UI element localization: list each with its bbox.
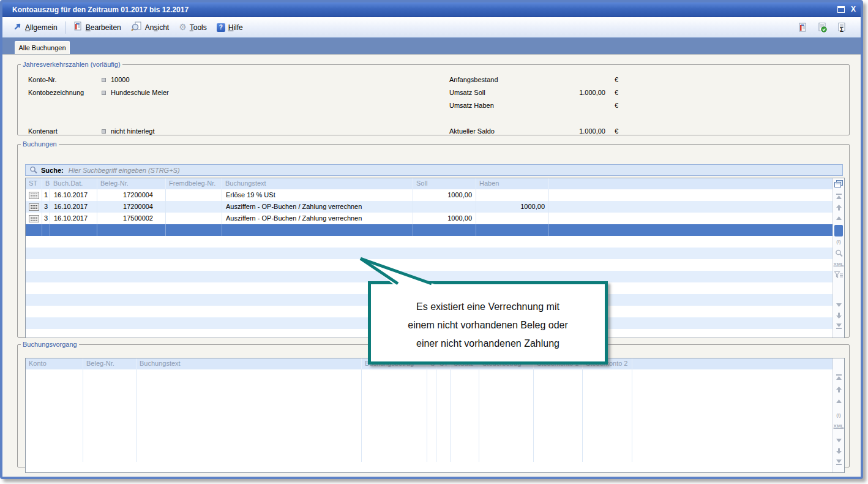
bullet-icon [102, 129, 106, 134]
scroll-top-icon[interactable] [833, 194, 844, 200]
restore-icon[interactable] [837, 6, 845, 13]
menu-separator [65, 21, 65, 34]
search-input[interactable]: Suche: Hier Suchbegriff eingeben (STRG+S… [25, 164, 843, 176]
table-row-selected[interactable] [26, 224, 832, 236]
search-icon [29, 166, 37, 174]
group-title: Buchungen [21, 140, 59, 148]
column-header-beleg-nr[interactable]: Beleg-Nr. [83, 358, 137, 369]
column-header-soll[interactable]: Soll [413, 178, 476, 189]
close-icon[interactable]: X [851, 5, 856, 13]
column-header-buchungstext[interactable]: Buchungstext [137, 358, 362, 369]
callout-line: Es existiert eine Verrechnung mit [371, 298, 605, 316]
xml-icon[interactable]: XML [833, 262, 844, 267]
search-placeholder: Hier Suchbegriff eingeben (STRG+S) [69, 167, 180, 174]
xml-icon[interactable]: XML [833, 423, 844, 429]
cell-filler [549, 201, 832, 213]
cell-soll: 1000,00 [413, 213, 476, 224]
column-header-konto[interactable]: Konto [26, 358, 83, 369]
content-panel: Jahresverkehrszahlen (vorläufig) Konto-N… [2, 54, 861, 477]
menu-tools-label: Tools [190, 23, 207, 32]
field-label-kontobezeichnung: Kontobezeichnung [28, 89, 84, 96]
search-label: Suche: [41, 167, 64, 174]
tab-alle-buchungen[interactable]: Alle Buchungen [15, 41, 70, 54]
menu-hilfe[interactable]: ? Hilfe [212, 21, 248, 34]
cell-b: 1 [42, 189, 50, 201]
cell-beleg: 17200004 [97, 201, 166, 213]
triangle-down-icon[interactable] [833, 303, 844, 308]
cell-buchungstext: Erlöse 19 % USt [222, 189, 413, 201]
booking-detail-icon[interactable] [26, 213, 42, 224]
app-window: Kontoauszug für den Zeitraum 01.2017 bis… [0, 0, 863, 479]
menu-bearbeiten-label: Bearbeiten [86, 23, 121, 32]
arrow-down-icon[interactable] [833, 448, 844, 454]
booking-detail-icon[interactable] [26, 189, 42, 201]
column-header-st[interactable]: ST [26, 178, 42, 189]
cell-fremdbeleg [166, 213, 222, 224]
table-row-empty[interactable] [26, 236, 832, 248]
edit-document-icon [73, 21, 83, 33]
column-header-haben[interactable]: Haben [476, 178, 549, 189]
cell-b: 3 [42, 201, 50, 213]
cell-soll: 1000,00 [413, 189, 476, 201]
column-chooser-icon[interactable] [833, 180, 844, 187]
field-value-umsatz-soll: 1.000,00 [495, 89, 605, 96]
tab-strip: Alle Buchungen [2, 38, 861, 54]
document-sum-icon[interactable]: Σ [836, 22, 847, 33]
table-row-empty[interactable] [26, 259, 832, 271]
menu-bearbeiten[interactable]: Bearbeiten [68, 20, 126, 35]
arrow-up-icon[interactable] [833, 205, 844, 211]
title-bar: Kontoauszug für den Zeitraum 01.2017 bis… [2, 2, 861, 17]
cell-soll [413, 201, 476, 213]
group-title: Jahresverkehrszahlen (vorläufig) [21, 61, 122, 68]
paren-i-icon[interactable]: (I) [833, 239, 844, 244]
column-header-buchungstext[interactable]: Buchungstext [222, 178, 413, 189]
transaction-empty-body [26, 369, 832, 462]
booking-detail-icon[interactable] [26, 201, 42, 213]
window-title: Kontoauszug für den Zeitraum 01.2017 bis… [12, 2, 189, 17]
callout-line: einem nicht vorhandenen Beleg oder [371, 316, 605, 335]
table-row[interactable]: 1 16.10.2017 17200004 Erlöse 19 % USt 10… [26, 189, 832, 201]
arrow-up-icon[interactable] [833, 387, 844, 393]
triangle-up-icon[interactable] [833, 216, 844, 221]
table-row-empty[interactable] [26, 248, 832, 259]
scroll-top-icon[interactable] [833, 374, 844, 380]
column-header-b[interactable]: B [42, 178, 50, 189]
menu-ansicht[interactable]: Ansicht [126, 20, 174, 35]
callout-line: einer nicht vorhandenen Zahlung [371, 335, 605, 353]
currency-anfangsbestand: € [615, 76, 618, 83]
note-document-icon[interactable] [797, 22, 808, 33]
table-row[interactable]: 3 16.10.2017 17200004 Ausziffern - OP-Bu… [26, 201, 832, 213]
column-header-buchdat[interactable]: Buch.Dat. [50, 178, 97, 189]
scroll-bottom-icon[interactable] [833, 459, 844, 465]
filter-icon[interactable] [833, 271, 844, 278]
paren-i-icon[interactable]: (I) [833, 412, 844, 418]
triangle-up-icon[interactable] [833, 399, 844, 404]
scroll-bottom-icon[interactable] [833, 323, 844, 329]
menu-tools[interactable]: ⚙ Tools [174, 21, 212, 34]
cell-haben: 1000,00 [476, 201, 549, 213]
triangle-down-icon[interactable] [833, 438, 844, 443]
table-row[interactable]: 3 16.10.2017 17500002 Ausziffern - OP-Bu… [26, 213, 832, 224]
zoom-icon[interactable] [833, 249, 844, 257]
field-label-kontenart: Kontenart [28, 127, 58, 135]
scrollbar-thumb[interactable] [834, 225, 843, 236]
column-header-filler [549, 178, 832, 189]
arrow-down-icon[interactable] [833, 312, 844, 319]
cell-buchungstext: Ausziffern - OP-Buchen / Zahlung verrech… [222, 201, 413, 213]
menu-allgemein[interactable]: Allgemein [9, 20, 62, 34]
cell-buchungstext: Ausziffern - OP-Buchen / Zahlung verrech… [222, 213, 413, 224]
bullet-icon [102, 91, 106, 95]
field-label-aktueller-saldo: Aktueller Saldo [449, 127, 495, 135]
svg-text:Σ: Σ [840, 26, 844, 32]
field-label-anfangsbestand: Anfangsbestand [449, 76, 498, 83]
cell-fremdbeleg [166, 201, 222, 213]
column-header-beleg-nr[interactable]: Beleg-Nr. [97, 178, 166, 189]
document-check-icon[interactable] [817, 22, 828, 33]
arrow-northeast-icon [13, 22, 22, 32]
field-value-kontenart: nicht hinterlegt [111, 127, 155, 135]
column-header-fremdbeleg-nr[interactable]: Fremdbeleg-Nr. [166, 178, 222, 189]
menu-hilfe-label: Hilfe [228, 23, 243, 32]
magnifier-document-icon [131, 21, 142, 33]
currency-umsatz-soll: € [615, 89, 618, 96]
field-value-kontobezeichnung: Hundeschule Meier [111, 89, 169, 96]
